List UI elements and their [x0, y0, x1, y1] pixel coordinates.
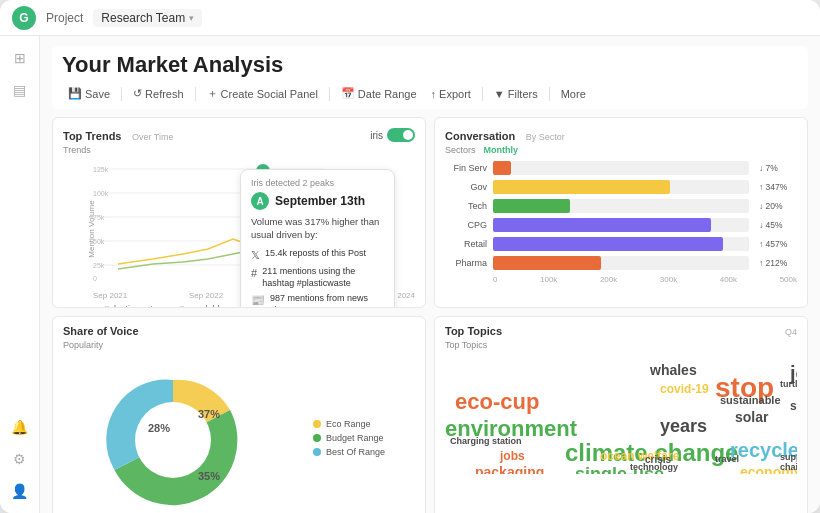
- conversation-filters: Sectors Monthly: [445, 145, 797, 155]
- best-range-dot: [313, 448, 321, 456]
- conversation-panel: Conversation By Sector Sectors Monthly F…: [434, 117, 808, 308]
- export-button[interactable]: ↑ Export: [425, 86, 477, 102]
- topic-word: eco-cup: [455, 389, 539, 415]
- donut-container: 28% 37% 35% Eco Range Budget Range: [63, 360, 415, 513]
- bar-label: Tech: [445, 201, 487, 211]
- team-name: Research Team: [101, 11, 185, 25]
- bar-label: Retail: [445, 239, 487, 249]
- bar-row: CPG ↓ 45%: [445, 218, 797, 232]
- topic-word: straws: [790, 399, 797, 413]
- topics-subtitle: Q4: [785, 327, 797, 337]
- hashtag-icon: #: [251, 266, 257, 280]
- main-layout: ⊞ ▤ 🔔 ⚙ 👤 Your Market Analysis 💾 Save ↺ …: [0, 36, 820, 513]
- top-topics-panel: Top Topics Q4 Top Topics eco-cupwhalescl…: [434, 316, 808, 513]
- bar-pct: ↓ 20%: [759, 201, 797, 211]
- date-range-button[interactable]: 📅 Date Range: [335, 85, 423, 102]
- bar-row: Retail ↑ 457%: [445, 237, 797, 251]
- refresh-button[interactable]: ↺ Refresh: [127, 85, 190, 102]
- bar-label: Pharma: [445, 258, 487, 268]
- budget-range-dot: [313, 434, 321, 442]
- topic-word: solar: [735, 409, 768, 425]
- bar-pct: ↑ 347%: [759, 182, 797, 192]
- topics-header: Top Topics Q4: [445, 325, 797, 339]
- more-button[interactable]: More: [555, 86, 592, 102]
- svg-text:28%: 28%: [148, 422, 170, 434]
- svg-text:125k: 125k: [93, 166, 109, 173]
- topics-title: Top Topics: [445, 325, 502, 337]
- tooltip-item-2: # 211 mentions using the hashtag #plasti…: [251, 266, 384, 289]
- x-icon: 𝕏: [251, 248, 260, 262]
- bar-pct: ↓ 7%: [759, 163, 797, 173]
- svg-text:50k: 50k: [93, 238, 105, 245]
- top-topics-label: Top Topics: [445, 340, 797, 350]
- iris-toggle-label: iris: [370, 130, 383, 141]
- bar-bg: [493, 199, 749, 213]
- top-trends-title: Top Trends: [63, 130, 121, 142]
- sov-header: Share of Voice: [63, 325, 415, 339]
- donut-legend: Eco Range Budget Range Best Of Range: [313, 419, 385, 461]
- bar-row: Fin Serv ↓ 7%: [445, 161, 797, 175]
- svg-text:25k: 25k: [93, 262, 105, 269]
- team-selector[interactable]: Research Team ▾: [93, 9, 202, 27]
- sov-title: Share of Voice: [63, 325, 139, 337]
- top-trends-panel: Top Trends Over Time iris Trends Mention…: [52, 117, 426, 308]
- toolbar-sep-1: [121, 87, 122, 101]
- bar-label: Gov: [445, 182, 487, 192]
- sidebar-icon-grid[interactable]: ⊞: [6, 44, 34, 72]
- conversation-title: Conversation: [445, 130, 515, 142]
- conversation-subtitle: By Sector: [526, 132, 565, 142]
- donut-legend-budget: Budget Range: [313, 433, 385, 443]
- page-title: Your Market Analysis: [62, 52, 798, 78]
- trends-sub: Trends: [63, 145, 415, 155]
- app-logo: G: [12, 6, 36, 30]
- eco-range-dot: [313, 420, 321, 428]
- sidebar-bottom: 🔔 ⚙ 👤: [6, 413, 34, 505]
- topic-word: years: [660, 416, 707, 437]
- sidebar-icon-user[interactable]: 👤: [6, 477, 34, 505]
- tooltip-date: September 13th: [275, 194, 365, 208]
- iris-toggle[interactable]: [387, 128, 415, 142]
- toolbar-sep-3: [329, 87, 330, 101]
- svg-text:75k: 75k: [93, 214, 105, 221]
- chart-area: Mention Volume 125k 1: [63, 159, 415, 299]
- bar-bg: [493, 237, 749, 251]
- svg-text:100k: 100k: [93, 190, 109, 197]
- news-icon: 📰: [251, 293, 265, 307]
- donut-legend-best: Best Of Range: [313, 447, 385, 457]
- tooltip-item-1: 𝕏 15.4k reposts of this Post: [251, 248, 384, 262]
- topic-word: travel: [715, 454, 739, 464]
- bar-bg: [493, 218, 749, 232]
- sidebar-icon-bell[interactable]: 🔔: [6, 413, 34, 441]
- bar-fill: [493, 161, 511, 175]
- bar-fill: [493, 237, 723, 251]
- bar-pct: ↓ 45%: [759, 220, 797, 230]
- svg-text:0: 0: [93, 275, 97, 282]
- iris-note: Iris detected 2 peaks: [251, 178, 384, 188]
- bar-fill: [493, 180, 670, 194]
- topic-word: supply chain: [780, 452, 797, 472]
- top-trends-subtitle: Over Time: [132, 132, 174, 142]
- toolbar-sep-4: [482, 87, 483, 101]
- bar-pct: ↑ 212%: [759, 258, 797, 268]
- filters-button[interactable]: ▼ Filters: [488, 86, 544, 102]
- topic-word: Charging station: [450, 436, 522, 446]
- word-cloud: eco-cupwhalesclimate changestopjobsenvir…: [445, 354, 797, 474]
- topic-word: whales: [650, 362, 697, 378]
- trend-tooltip: Iris detected 2 peaks A September 13th V…: [240, 169, 395, 308]
- bar-x-labels: 0100k200k300k400k500k: [493, 275, 797, 284]
- toolbar: 💾 Save ↺ Refresh ＋ Create Social Panel 📅…: [62, 84, 798, 103]
- sidebar-icon-settings[interactable]: ⚙: [6, 445, 34, 473]
- tooltip-point-a: A: [251, 192, 269, 210]
- create-social-panel-button[interactable]: ＋ Create Social Panel: [201, 84, 324, 103]
- bar-row: Gov ↑ 347%: [445, 180, 797, 194]
- tooltip-item-3: 📰 987 mentions from news sites: [251, 293, 384, 308]
- toolbar-sep-5: [549, 87, 550, 101]
- project-label: Project: [46, 11, 83, 25]
- save-button[interactable]: 💾 Save: [62, 85, 116, 102]
- donut-svg: 28% 37% 35%: [93, 360, 253, 513]
- topic-word: jobs: [500, 449, 525, 463]
- bar-bg: [493, 161, 749, 175]
- sidebar-icon-layout[interactable]: ▤: [6, 76, 34, 104]
- bar-label: Fin Serv: [445, 163, 487, 173]
- share-of-voice-panel: Share of Voice Popularity: [52, 316, 426, 513]
